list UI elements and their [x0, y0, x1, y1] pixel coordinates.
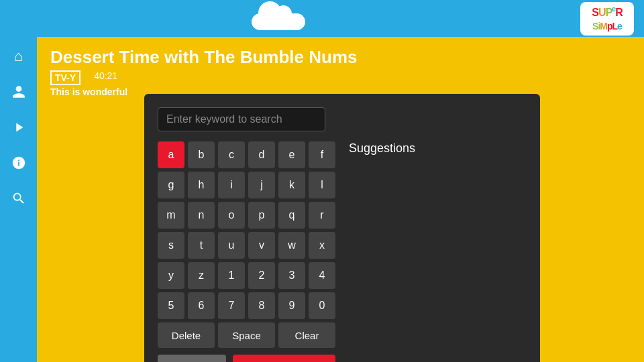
key-q[interactable]: q — [278, 202, 305, 229]
main-content: Dessert Time with The Bumble Nums TV-Y 4… — [37, 37, 644, 362]
key-7[interactable]: 7 — [218, 292, 245, 319]
key-j[interactable]: j — [248, 172, 275, 198]
top-bar: SUPeR SiMpLe — [0, 0, 644, 37]
cancel-button[interactable]: Cancel — [158, 355, 226, 362]
key-row-4: s t u v w x — [158, 232, 335, 259]
action-row: Delete Space Clear — [158, 322, 335, 348]
key-w[interactable]: w — [278, 232, 305, 259]
key-l[interactable]: l — [309, 172, 335, 198]
key-v[interactable]: v — [248, 232, 275, 259]
key-k[interactable]: k — [278, 172, 305, 198]
key-row-2: g h i j k l — [158, 172, 335, 198]
bottom-buttons: Cancel Search — [158, 355, 335, 362]
key-4[interactable]: 4 — [309, 262, 335, 289]
space-button[interactable]: Space — [218, 322, 275, 348]
key-p[interactable]: p — [248, 202, 275, 229]
key-h[interactable]: h — [188, 172, 215, 198]
key-0[interactable]: 0 — [309, 292, 335, 319]
key-a[interactable]: a — [158, 141, 184, 168]
key-9[interactable]: 9 — [278, 292, 305, 319]
clear-button[interactable]: Clear — [278, 322, 335, 348]
key-3[interactable]: 3 — [278, 262, 305, 289]
show-title: Dessert Time with The Bumble Nums — [50, 47, 631, 68]
suggestions-label: Suggestions — [349, 141, 527, 156]
key-f[interactable]: f — [309, 141, 335, 168]
key-y[interactable]: y — [158, 262, 184, 289]
key-c[interactable]: c — [218, 141, 245, 168]
key-d[interactable]: d — [248, 141, 275, 168]
key-row-5: y z 1 2 3 4 — [158, 262, 335, 289]
sidebar-info[interactable] — [6, 150, 32, 176]
key-o[interactable]: o — [218, 202, 245, 229]
key-b[interactable]: b — [188, 141, 215, 168]
key-8[interactable]: 8 — [248, 292, 275, 319]
key-u[interactable]: u — [218, 232, 245, 259]
suggestions-panel: Suggestions — [349, 141, 527, 362]
key-r[interactable]: r — [309, 202, 335, 229]
search-button[interactable]: Search — [233, 355, 335, 362]
key-n[interactable]: n — [188, 202, 215, 229]
search-placeholder: Enter keyword to search — [166, 113, 282, 125]
sidebar-home[interactable]: ⌂ — [6, 44, 32, 69]
sidebar-play[interactable] — [6, 115, 32, 140]
key-row-6: 5 6 7 8 9 0 — [158, 292, 335, 319]
key-i[interactable]: i — [218, 172, 245, 198]
key-t[interactable]: t — [188, 232, 215, 259]
show-duration: 40:21 — [94, 70, 117, 85]
super-simple-logo: SUPeR SiMpLe — [580, 2, 634, 36]
on-screen-keyboard: a b c d e f g h i j k l m — [158, 141, 335, 362]
sidebar: ⌂ — [0, 37, 37, 362]
key-e[interactable]: e — [278, 141, 305, 168]
key-row-1: a b c d e f — [158, 141, 335, 168]
dialog-body: a b c d e f g h i j k l m — [158, 141, 527, 362]
sidebar-avatar[interactable] — [6, 79, 32, 105]
key-6[interactable]: 6 — [188, 292, 215, 319]
show-meta: TV-Y 40:21 — [50, 70, 631, 85]
key-x[interactable]: x — [309, 232, 335, 259]
show-rating: TV-Y — [50, 70, 80, 85]
key-row-3: m n o p q r — [158, 202, 335, 229]
cloud-decoration — [252, 7, 305, 30]
delete-button[interactable]: Delete — [158, 322, 215, 348]
key-g[interactable]: g — [158, 172, 184, 198]
sidebar-search[interactable] — [6, 186, 32, 211]
key-s[interactable]: s — [158, 232, 184, 259]
key-2[interactable]: 2 — [248, 262, 275, 289]
key-z[interactable]: z — [188, 262, 215, 289]
search-dialog: Enter keyword to search a b c d e f g h — [144, 94, 540, 362]
search-input-display: Enter keyword to search — [158, 107, 325, 131]
key-m[interactable]: m — [158, 202, 184, 229]
key-1[interactable]: 1 — [218, 262, 245, 289]
key-5[interactable]: 5 — [158, 292, 184, 319]
